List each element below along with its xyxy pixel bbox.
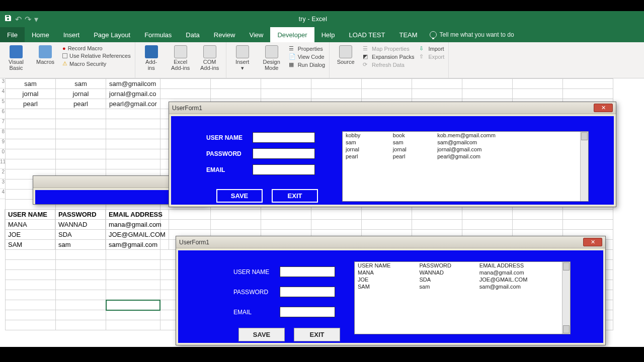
tab-page-layout[interactable]: Page Layout — [87, 27, 137, 42]
design-mode-button[interactable]: Design Mode — [260, 44, 284, 71]
tab-data[interactable]: Data — [179, 27, 206, 42]
password-label: PASSWORD — [233, 289, 274, 296]
close-icon[interactable]: ✕ — [583, 238, 602, 246]
qat-dropdown-icon[interactable]: ▾ — [34, 15, 38, 24]
row-number[interactable]: 9 — [0, 139, 5, 149]
row-number[interactable]: 4 — [0, 189, 5, 199]
username-label: USER NAME — [233, 268, 274, 276]
lightbulb-icon — [430, 31, 437, 38]
tab-loadtest[interactable]: LOAD TEST — [342, 27, 392, 42]
tell-me[interactable]: Tell me what you want to do — [430, 27, 514, 42]
save-icon[interactable] — [4, 14, 12, 24]
com-addins-button[interactable]: COM Add-ins — [198, 44, 222, 71]
relative-refs-button[interactable]: Use Relative References — [62, 53, 131, 59]
exit-button[interactable]: EXIT — [294, 328, 340, 341]
username-input[interactable] — [280, 266, 335, 277]
properties-button[interactable]: ☰Properties — [289, 45, 325, 52]
map-properties-button: ☰Map Properties — [363, 45, 414, 52]
tab-formulas[interactable]: Formulas — [137, 27, 179, 42]
excel-addins-button[interactable]: Excel Add-ins — [169, 44, 193, 71]
userform-top[interactable]: UserForm1✕ USER NAME PASSWORD EMAIL SAVE… — [169, 102, 616, 207]
scrollbar[interactable] — [562, 262, 570, 334]
expansion-packs-button[interactable]: ◩Expansion Packs — [363, 53, 414, 60]
password-input[interactable] — [280, 287, 335, 297]
email-label: EMAIL — [233, 309, 274, 316]
row-number[interactable]: 5 — [0, 99, 5, 109]
record-macro-button[interactable]: ●Record Macro — [62, 45, 131, 51]
tab-review[interactable]: Review — [207, 27, 243, 42]
exit-button[interactable]: EXIT — [272, 189, 318, 203]
dialog-title: UserForm1 — [179, 239, 583, 246]
username-input[interactable] — [253, 132, 315, 143]
view-code-button[interactable]: 📄View Code — [289, 53, 325, 60]
run-dialog-button[interactable]: ▦Run Dialog — [289, 61, 325, 68]
visual-basic-button[interactable]: Visual Basic — [4, 44, 28, 71]
data-listbox[interactable]: kobbybookkob.mem@gmail.comm samsamsam@gm… — [342, 131, 589, 202]
row-number[interactable]: 11 — [0, 159, 5, 169]
ribbon-body: Visual Basic Macros ●Record Macro Use Re… — [0, 42, 644, 78]
tab-team[interactable]: TEAM — [392, 27, 424, 42]
macros-button[interactable]: Macros — [33, 44, 57, 65]
userform-bottom[interactable]: UserForm1✕ USER NAME PASSWORD EMAIL SAVE… — [176, 236, 606, 345]
tell-me-label: Tell me what you want to do — [440, 31, 514, 38]
window-title: try - Excel — [42, 16, 584, 23]
email-input[interactable] — [253, 164, 315, 175]
email-label: EMAIL — [206, 166, 247, 173]
tab-file[interactable]: File — [0, 27, 25, 42]
redo-icon[interactable]: ↷ — [25, 15, 31, 24]
password-input[interactable] — [253, 148, 315, 159]
row-number[interactable]: 4 — [0, 88, 5, 99]
row-number[interactable]: 6 — [0, 109, 5, 119]
email-input[interactable] — [280, 307, 335, 317]
xml-source-button[interactable]: Source — [334, 44, 358, 65]
tab-help[interactable]: Help — [314, 27, 342, 42]
save-button[interactable]: SAVE — [216, 189, 263, 203]
undo-icon[interactable]: ↶ — [15, 15, 22, 24]
scrollbar[interactable] — [580, 132, 588, 201]
password-label: PASSWORD — [206, 150, 247, 157]
refresh-data-button: ⟳Refresh Data — [363, 61, 414, 68]
import-button[interactable]: ⇩Import — [419, 45, 444, 52]
insert-control-button[interactable]: Insert▾ — [230, 44, 255, 71]
tab-home[interactable]: Home — [25, 27, 56, 42]
row-number[interactable]: 2 — [0, 169, 5, 179]
active-cell[interactable] — [106, 300, 160, 310]
tab-insert[interactable]: Insert — [56, 27, 87, 42]
close-icon[interactable]: ✕ — [594, 104, 613, 112]
row-number[interactable]: 7 — [0, 119, 5, 129]
row-number[interactable]: 3 — [0, 179, 5, 189]
dialog-title: UserForm1 — [172, 105, 594, 112]
row-number[interactable]: 0 — [0, 149, 5, 159]
row-number[interactable]: 8 — [0, 129, 5, 139]
row-number[interactable]: 3 — [0, 78, 5, 88]
tab-view[interactable]: View — [242, 27, 270, 42]
export-button: ⇧Export — [419, 53, 444, 60]
tab-developer[interactable]: Developer — [270, 27, 314, 42]
ribbon-tabs: File Home Insert Page Layout Formulas Da… — [0, 27, 644, 42]
addins-button[interactable]: Add- ins — [139, 44, 164, 71]
titlebar: ↶ ↷ ▾ try - Excel — [0, 11, 644, 27]
data-listbox[interactable]: USER NAMEPASSWORDEMAIL ADDRESS MANAWANNA… — [354, 261, 571, 334]
username-label: USER NAME — [206, 134, 247, 141]
macro-security-button[interactable]: ⚠Macro Security — [62, 60, 131, 67]
save-button[interactable]: SAVE — [238, 328, 285, 341]
lower-table: USER NAME PASSWORD EMAIL ADDRESS MANAWAN… — [5, 209, 176, 250]
